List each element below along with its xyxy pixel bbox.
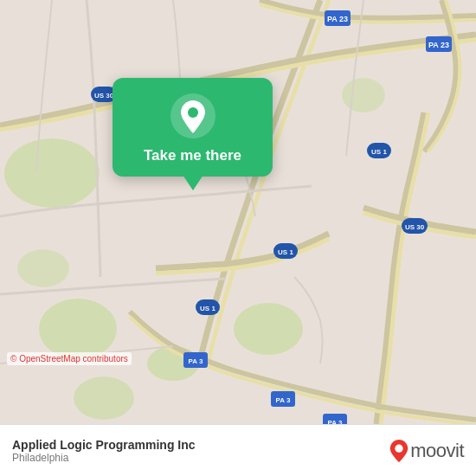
svg-point-5 [342, 78, 385, 113]
svg-text:US 1: US 1 [200, 305, 215, 312]
svg-text:PA 3: PA 3 [276, 396, 291, 404]
svg-text:US 30: US 30 [405, 223, 425, 231]
svg-text:PA 23: PA 23 [428, 41, 449, 49]
svg-text:US 30: US 30 [94, 92, 114, 100]
svg-text:US 1: US 1 [371, 148, 387, 156]
svg-point-7 [17, 249, 69, 287]
map-container: PA 23 PA 23 US 30 US 1 US 30 US 1 US 1 P… [0, 0, 476, 424]
svg-point-30 [396, 444, 403, 452]
bottom-left: Applied Logic Programming Inc Philadelph… [12, 438, 389, 464]
popup-card[interactable]: Take me there [113, 78, 273, 177]
svg-point-29 [188, 107, 198, 118]
location-pin-icon [170, 93, 215, 138]
osm-attribution: © OpenStreetMap contributors [7, 352, 132, 365]
osm-attribution-text: © OpenStreetMap contributors [10, 354, 128, 363]
city-name: Philadelphia [12, 452, 389, 464]
bottom-bar: Applied Logic Programming Inc Philadelph… [0, 424, 476, 476]
moovit-pin-icon [389, 440, 408, 462]
moovit-logo: moovit [389, 440, 464, 462]
svg-point-2 [39, 299, 117, 359]
svg-text:US 1: US 1 [278, 248, 293, 256]
moovit-text: moovit [410, 440, 464, 462]
svg-text:PA 3: PA 3 [189, 357, 203, 365]
company-name: Applied Logic Programming Inc [12, 438, 389, 452]
svg-point-4 [234, 303, 303, 355]
svg-text:PA 23: PA 23 [327, 15, 348, 23]
popup-label: Take me there [144, 147, 241, 164]
svg-point-6 [74, 376, 134, 420]
svg-point-1 [4, 138, 100, 208]
